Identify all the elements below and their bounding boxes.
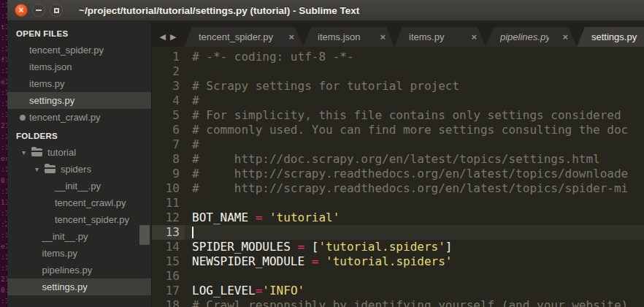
code-line[interactable]: 18# Crawl responsibly by identifying you… xyxy=(152,298,644,307)
line-number: 11 xyxy=(152,196,185,211)
open-file-item[interactable]: items.py xyxy=(7,75,151,92)
maximize-icon xyxy=(54,8,59,13)
line-number: 6 xyxy=(152,123,185,137)
tab[interactable]: items.json × xyxy=(303,27,394,47)
text-cursor xyxy=(192,227,193,238)
tab-bar: ◀ ▶ tencent_spider.py × items.json × ite… xyxy=(152,21,644,47)
tab-close-icon[interactable]: × xyxy=(380,31,386,42)
code-text xyxy=(185,269,192,284)
tree-file-item[interactable]: tencent_crawl.py xyxy=(7,194,151,211)
open-file-item[interactable]: settings.py xyxy=(7,92,151,109)
code-line[interactable]: 16 xyxy=(152,269,644,284)
tree-file-label: pipelines.py xyxy=(42,265,93,276)
open-file-item[interactable]: tencent_spider.py xyxy=(7,42,151,58)
code-line[interactable]: 14SPIDER_MODULES = ['tutorial.spiders'] xyxy=(152,240,644,254)
tree-file-item[interactable]: __init__.py xyxy=(7,228,151,245)
code-line[interactable]: 12BOT_NAME = 'tutorial' xyxy=(152,211,644,225)
window-controls: × xyxy=(15,4,63,17)
code-line[interactable]: 6# commonly used. You can find more sett… xyxy=(152,123,644,137)
tree-file-item[interactable]: settings.py xyxy=(7,278,151,295)
tab[interactable]: settings.py xyxy=(577,27,644,47)
folder-tree: ▾ tutorial ▾ spiders __init__.py tencent… xyxy=(7,144,151,295)
code-line[interactable]: 11 xyxy=(152,196,644,211)
minimize-button[interactable] xyxy=(32,4,45,17)
tabs: tencent_spider.py × items.json × items.p… xyxy=(184,27,644,47)
tree-file-label: __init__.py xyxy=(55,181,101,192)
code-text: LOG_LEVEL='INFO' xyxy=(185,284,304,298)
line-number: 8 xyxy=(152,152,185,167)
code-text: # http://doc.scrapy.org/en/latest/topics… xyxy=(185,152,600,167)
line-number: 9 xyxy=(152,167,185,181)
code-text xyxy=(185,196,192,211)
code-text: # -*- coding: utf-8 -*- xyxy=(185,50,354,64)
tab-label: items.json xyxy=(318,31,367,42)
chevron-down-icon[interactable]: ▾ xyxy=(35,165,45,173)
code-line[interactable]: 1# -*- coding: utf-8 -*- xyxy=(152,50,644,64)
code-text: # commonly used. You can find more setti… xyxy=(185,123,628,137)
code-text: # xyxy=(185,137,199,152)
open-file-label: items.py xyxy=(29,78,64,89)
line-number: 3 xyxy=(152,79,185,94)
tree-file-item[interactable]: tencent_spider.py xyxy=(7,211,151,228)
sidebar-scrollbar-thumb[interactable] xyxy=(139,225,150,245)
code-line[interactable]: 13 xyxy=(152,225,644,240)
folder-icon xyxy=(45,165,55,173)
code-text xyxy=(185,225,193,240)
tab-scroll-arrows: ◀ ▶ xyxy=(152,27,184,47)
code-line[interactable]: 10# http://scrapy.readthedocs.org/en/lat… xyxy=(152,181,644,196)
titlebar[interactable]: × ~/project/tutorial/tutorial/settings.p… xyxy=(7,0,644,21)
code-text: NEWSPIDER_MODULE = 'tutorial.spiders' xyxy=(185,254,452,269)
sidebar: OPEN FILES tencent_spider.py items.json … xyxy=(7,21,152,307)
open-files-header: OPEN FILES xyxy=(7,26,151,42)
code-text: # xyxy=(185,94,199,108)
line-number: 18 xyxy=(152,298,185,307)
code-line[interactable]: 9# http://scrapy.readthedocs.org/en/late… xyxy=(152,167,644,181)
tree-file-item[interactable]: __init__.py xyxy=(7,178,151,194)
line-number: 14 xyxy=(152,240,185,254)
code-line[interactable]: 2 xyxy=(152,64,644,79)
code-line[interactable]: 5# For simplicity, this file contains on… xyxy=(152,108,644,123)
tab-scroll-right-icon[interactable]: ▶ xyxy=(170,32,176,42)
code-line[interactable]: 15NEWSPIDER_MODULE = 'tutorial.spiders' xyxy=(152,254,644,269)
code-line[interactable]: 3# Scrapy settings for tutorial project xyxy=(152,79,644,94)
code-text: SPIDER_MODULES = ['tutorial.spiders'] xyxy=(185,240,452,254)
tree-file-label: __init__.py xyxy=(42,231,88,242)
line-number: 16 xyxy=(152,269,185,284)
tree-file-item[interactable]: items.py xyxy=(7,245,151,262)
line-number: 13 xyxy=(152,225,185,240)
tree-file-label: items.py xyxy=(42,248,77,259)
open-file-item[interactable]: items.json xyxy=(7,58,151,75)
tab-label: items.py xyxy=(409,31,458,42)
open-file-label: tencent_crawl.py xyxy=(29,112,101,123)
tab-label: settings.py xyxy=(591,31,644,42)
open-file-item[interactable]: tencent_crawl.py xyxy=(7,109,151,126)
code-text: # For simplicity, this file contains onl… xyxy=(185,108,621,123)
chevron-down-icon[interactable]: ▾ xyxy=(22,148,31,156)
tab-scroll-left-icon[interactable]: ◀ xyxy=(160,32,166,42)
line-number: 7 xyxy=(152,137,185,152)
folders-header: FOLDERS xyxy=(7,128,151,144)
tab-close-icon[interactable]: × xyxy=(288,31,294,42)
tree-folder-label: tutorial xyxy=(47,147,76,158)
code-text: BOT_NAME = 'tutorial' xyxy=(185,211,340,225)
line-number: 15 xyxy=(152,254,185,269)
close-button[interactable]: × xyxy=(15,4,28,17)
code-line[interactable]: 17LOG_LEVEL='INFO' xyxy=(152,284,644,298)
maximize-button[interactable] xyxy=(50,4,63,17)
code-line[interactable]: 4# xyxy=(152,94,644,108)
tab[interactable]: pipelines.py × xyxy=(486,27,577,47)
tab[interactable]: tencent_spider.py × xyxy=(184,27,303,47)
code-line[interactable]: 8# http://doc.scrapy.org/en/latest/topic… xyxy=(152,152,644,167)
tree-file-item[interactable]: pipelines.py xyxy=(7,262,151,278)
tree-folder-item[interactable]: ▾ spiders xyxy=(7,161,151,178)
tab-label: tencent_spider.py xyxy=(199,31,275,42)
code-editor[interactable]: 1# -*- coding: utf-8 -*-23# Scrapy setti… xyxy=(152,47,644,307)
open-files-list: tencent_spider.py items.json items.py se… xyxy=(7,42,151,126)
tab[interactable]: items.py × xyxy=(394,27,486,47)
sublime-window: × ~/project/tutorial/tutorial/settings.p… xyxy=(7,0,644,307)
code-line[interactable]: 7# xyxy=(152,137,644,152)
desktop-background: :1 :1 t1 :1 :1 f1 :1 e1 :1 :1 :1 21 :1 :… xyxy=(0,0,7,307)
tab-close-icon[interactable]: × xyxy=(562,31,568,42)
tree-folder-item[interactable]: ▾ tutorial xyxy=(7,144,151,161)
tab-close-icon[interactable]: × xyxy=(471,31,477,42)
